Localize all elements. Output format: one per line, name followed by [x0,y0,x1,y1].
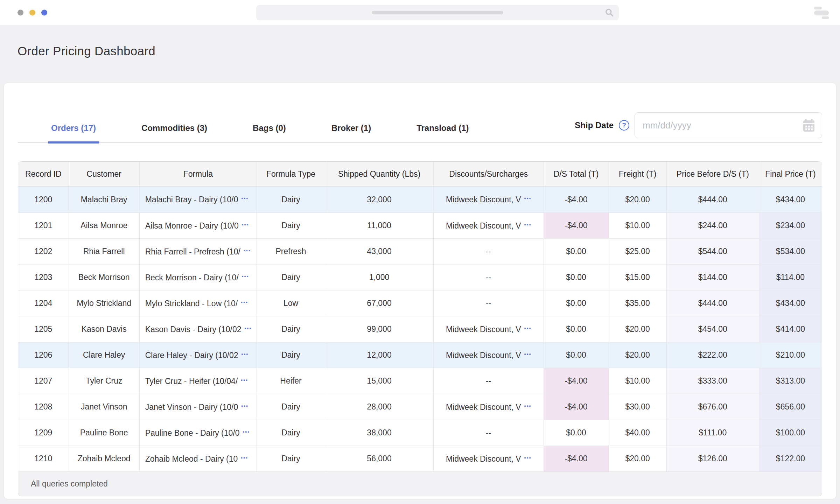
cell-ds-total: -$4.00 [544,212,609,238]
cell-text: $10.00 [625,221,650,230]
cell-freight: $20.00 [609,316,667,342]
column-header-price-before-d-s-t: Price Before D/S (T) [667,162,759,187]
cell-freight: $25.00 [609,238,667,264]
cell-text: 1201 [34,221,52,230]
cell-discounts: -- [434,368,544,394]
cell-shipped-qty: 28,000 [325,394,434,420]
cell-price-before: $676.00 [667,394,759,420]
cell-text: -- [486,299,491,308]
cell-text: 1210 [34,454,52,463]
cell-price-before: $222.00 [667,342,759,368]
table-row-1206[interactable]: 1206Clare HaleyClare Haley - Dairy (10/0… [18,342,822,368]
cell-final-price: $534.00 [759,238,822,264]
cell-ds-total: -$4.00 [544,394,609,420]
cell-text: $313.00 [776,376,805,385]
column-header-final-price-t: Final Price (T) [759,162,822,187]
calendar-icon[interactable] [802,118,816,132]
cell-text: $10.00 [625,376,650,385]
cell-formula-type: Dairy [257,316,325,342]
table-row-1201[interactable]: 1201Ailsa MonroeAilsa Monroe - Dairy (10… [18,212,822,238]
discounts-expand-button[interactable]: ··· [524,220,531,229]
table-row-1202[interactable]: 1202Rhia FarrellRhia Farrell - Prefresh … [18,238,822,264]
cell-text: $544.00 [698,247,727,256]
menu-bar-bottom [822,16,829,19]
discounts-expand-button[interactable]: ··· [524,401,531,411]
cell-record-id: 1209 [18,420,69,446]
table-row-1208[interactable]: 1208Janet VinsonJanet Vinson - Dairy (10… [18,394,822,420]
formula-expand-button[interactable]: ··· [241,220,249,229]
tab-bags[interactable]: Bags (0) [253,123,286,142]
formula-expand-button[interactable]: ··· [240,298,248,307]
discounts-expand-button[interactable]: ··· [524,349,531,359]
cell-formula: Malachi Bray - Dairy (10/0··· [140,187,257,212]
tab-orders[interactable]: Orders (17) [51,123,96,142]
table-header-row: Record IDCustomerFormulaFormula TypeShip… [18,162,822,187]
formula-expand-button[interactable]: ··· [242,427,250,436]
discounts-expand-button[interactable]: ··· [524,323,531,333]
formula-expand-button[interactable]: ··· [243,246,251,255]
cell-text: $40.00 [625,428,650,437]
cell-text: -$4.00 [565,195,587,204]
cell-discounts: -- [434,264,544,290]
cell-formula-type: Prefresh [257,238,325,264]
ship-date-input[interactable]: mm/dd/yyyy [635,112,822,138]
formula-expand-button[interactable]: ··· [241,349,248,359]
status-bar: All queries completed [18,471,822,496]
window-dot-gray[interactable] [18,9,23,15]
cell-text: 1204 [34,299,52,308]
window-dot-yellow[interactable] [29,9,35,15]
cell-text: $114.00 [776,273,805,282]
cell-final-price: $114.00 [759,264,822,290]
menu-bar-middle [814,10,829,15]
window-dot-blue[interactable] [41,9,47,15]
cell-text: $20.00 [625,350,650,359]
cell-text: 1209 [34,428,52,437]
cell-text: Dairy [281,273,300,282]
tab-broker[interactable]: Broker (1) [331,123,371,142]
formula-expand-button[interactable]: ··· [240,375,248,385]
table-row-1203[interactable]: 1203Beck MorrisonBeck Morrison - Dairy (… [18,264,822,290]
table-row-1207[interactable]: 1207Tyler CruzTyler Cruz - Heifer (10/04… [18,368,822,394]
discounts-expand-button[interactable]: ··· [524,453,531,462]
cell-freight: $20.00 [609,187,667,212]
formula-expand-button[interactable]: ··· [244,323,252,333]
help-icon[interactable]: ? [619,120,629,131]
cell-customer: Beck Morrison [69,264,140,290]
cell-text: $0.00 [566,247,586,256]
formula-expand-button[interactable]: ··· [241,401,248,411]
table-row-1200[interactable]: 1200Malachi BrayMalachi Bray - Dairy (10… [18,187,822,212]
tab-commodities[interactable]: Commodities (3) [141,123,207,142]
cell-text: $15.00 [625,273,650,282]
cell-text: Clare Haley [83,350,125,359]
cell-text: $534.00 [776,247,805,256]
table-row-1204[interactable]: 1204Mylo StricklandMylo Strickland - Low… [18,290,822,316]
table-row-1209[interactable]: 1209Pauline BonePauline Bone - Dairy (10… [18,420,822,446]
cell-text: 11,000 [367,221,391,230]
menu-icon[interactable] [814,7,829,19]
search-input[interactable] [256,5,619,20]
cell-text: $20.00 [625,195,650,204]
cell-formula-type: Heifer [257,368,325,394]
cell-formula-type: Low [257,290,325,316]
cell-text: Dairy [281,221,300,230]
cell-text: 56,000 [367,454,391,463]
cell-text: Tyler Cruz [86,376,122,385]
cell-price-before: $144.00 [667,264,759,290]
table-row-1210[interactable]: 1210Zohaib McleodZohaib Mcleod - Dairy (… [18,446,822,471]
cell-text: Malachi Bray - Dairy (10/0 [145,195,238,204]
cell-formula: Janet Vinson - Dairy (10/0··· [140,394,257,420]
formula-expand-button[interactable]: ··· [240,453,248,462]
cell-text: $144.00 [698,273,727,282]
cell-formula-type: Dairy [257,420,325,446]
cell-text: -- [486,376,491,385]
table-row-1205[interactable]: 1205Kason DavisKason Davis - Dairy (10/0… [18,316,822,342]
cell-freight: $20.00 [609,342,667,368]
cell-text: $122.00 [776,454,805,463]
cell-text: $444.00 [698,195,727,204]
cell-price-before: $454.00 [667,316,759,342]
formula-expand-button[interactable]: ··· [241,272,249,281]
search-icon[interactable] [605,8,614,17]
formula-expand-button[interactable]: ··· [241,194,248,203]
tab-transload[interactable]: Transload (1) [416,123,469,142]
discounts-expand-button[interactable]: ··· [524,194,531,203]
